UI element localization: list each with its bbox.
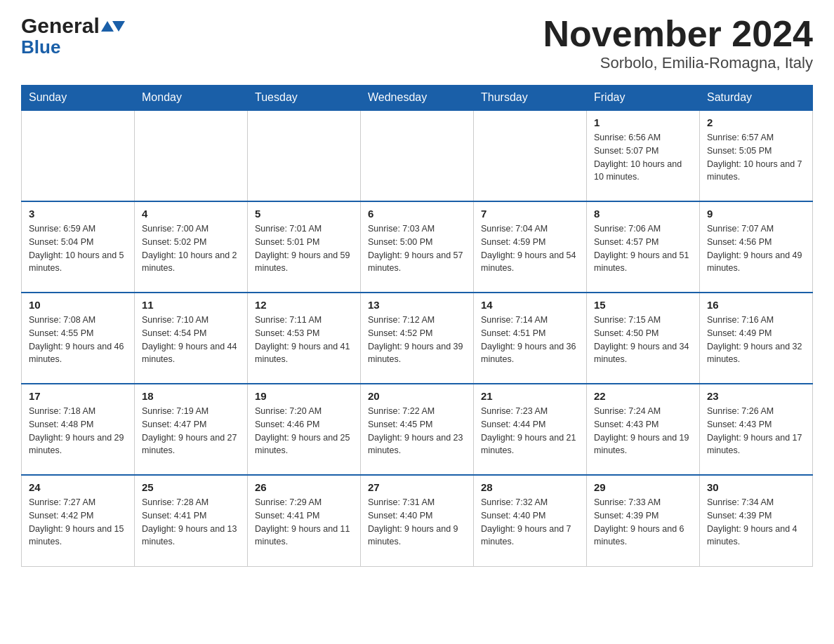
day-info: Sunrise: 7:14 AM Sunset: 4:51 PM Dayligh… bbox=[481, 314, 579, 366]
day-info: Sunrise: 7:19 AM Sunset: 4:47 PM Dayligh… bbox=[142, 405, 240, 457]
calendar-cell: 3Sunrise: 6:59 AM Sunset: 5:04 PM Daylig… bbox=[22, 201, 135, 293]
logo-general: General bbox=[21, 14, 100, 38]
calendar-cell: 24Sunrise: 7:27 AM Sunset: 4:42 PM Dayli… bbox=[22, 475, 135, 566]
day-number: 10 bbox=[29, 299, 127, 311]
day-number: 24 bbox=[29, 481, 127, 493]
day-number: 3 bbox=[29, 208, 127, 220]
day-info: Sunrise: 7:24 AM Sunset: 4:43 PM Dayligh… bbox=[594, 405, 692, 457]
calendar-cell: 27Sunrise: 7:31 AM Sunset: 4:40 PM Dayli… bbox=[361, 475, 474, 566]
logo-icon bbox=[101, 21, 125, 32]
calendar-cell: 26Sunrise: 7:29 AM Sunset: 4:41 PM Dayli… bbox=[248, 475, 361, 566]
page-title: November 2024 bbox=[543, 14, 813, 54]
day-info: Sunrise: 7:20 AM Sunset: 4:46 PM Dayligh… bbox=[255, 405, 353, 457]
day-number: 25 bbox=[142, 481, 240, 493]
day-info: Sunrise: 7:29 AM Sunset: 4:41 PM Dayligh… bbox=[255, 496, 353, 549]
calendar-cell: 10Sunrise: 7:08 AM Sunset: 4:55 PM Dayli… bbox=[22, 293, 135, 384]
day-number: 7 bbox=[481, 208, 579, 220]
day-info: Sunrise: 7:04 AM Sunset: 4:59 PM Dayligh… bbox=[481, 222, 579, 275]
calendar-cell bbox=[361, 110, 474, 201]
day-number: 17 bbox=[29, 390, 127, 402]
calendar-cell bbox=[135, 110, 248, 201]
page-subtitle: Sorbolo, Emilia-Romagna, Italy bbox=[543, 54, 813, 72]
calendar-cell: 20Sunrise: 7:22 AM Sunset: 4:45 PM Dayli… bbox=[361, 384, 474, 475]
calendar-cell: 17Sunrise: 7:18 AM Sunset: 4:48 PM Dayli… bbox=[22, 384, 135, 475]
day-info: Sunrise: 6:56 AM Sunset: 5:07 PM Dayligh… bbox=[594, 131, 692, 184]
calendar-cell: 2Sunrise: 6:57 AM Sunset: 5:05 PM Daylig… bbox=[700, 110, 813, 201]
day-info: Sunrise: 7:34 AM Sunset: 4:39 PM Dayligh… bbox=[707, 496, 805, 549]
day-number: 20 bbox=[368, 390, 466, 402]
calendar-cell: 13Sunrise: 7:12 AM Sunset: 4:52 PM Dayli… bbox=[361, 293, 474, 384]
weekday-header-tuesday: Tuesday bbox=[248, 86, 361, 111]
calendar-body: 1Sunrise: 6:56 AM Sunset: 5:07 PM Daylig… bbox=[22, 110, 813, 566]
calendar-cell: 15Sunrise: 7:15 AM Sunset: 4:50 PM Dayli… bbox=[587, 293, 700, 384]
logo-blue: Blue bbox=[21, 36, 60, 58]
day-info: Sunrise: 7:33 AM Sunset: 4:39 PM Dayligh… bbox=[594, 496, 692, 549]
day-info: Sunrise: 7:27 AM Sunset: 4:42 PM Dayligh… bbox=[29, 496, 127, 549]
weekday-header-thursday: Thursday bbox=[474, 86, 587, 111]
arrow-down-icon bbox=[112, 21, 125, 32]
day-number: 13 bbox=[368, 299, 466, 311]
day-number: 30 bbox=[707, 481, 805, 493]
weekday-header-wednesday: Wednesday bbox=[361, 86, 474, 111]
calendar-cell: 12Sunrise: 7:11 AM Sunset: 4:53 PM Dayli… bbox=[248, 293, 361, 384]
day-number: 15 bbox=[594, 299, 692, 311]
day-info: Sunrise: 7:18 AM Sunset: 4:48 PM Dayligh… bbox=[29, 405, 127, 457]
day-number: 2 bbox=[707, 116, 805, 128]
calendar-cell: 25Sunrise: 7:28 AM Sunset: 4:41 PM Dayli… bbox=[135, 475, 248, 566]
title-area: November 2024 Sorbolo, Emilia-Romagna, I… bbox=[543, 14, 813, 72]
day-info: Sunrise: 7:15 AM Sunset: 4:50 PM Dayligh… bbox=[594, 314, 692, 366]
logo-area: General Blue bbox=[21, 14, 125, 58]
calendar-cell: 30Sunrise: 7:34 AM Sunset: 4:39 PM Dayli… bbox=[700, 475, 813, 566]
day-info: Sunrise: 7:08 AM Sunset: 4:55 PM Dayligh… bbox=[29, 314, 127, 366]
day-number: 26 bbox=[255, 481, 353, 493]
calendar-cell bbox=[248, 110, 361, 201]
calendar-cell: 21Sunrise: 7:23 AM Sunset: 4:44 PM Dayli… bbox=[474, 384, 587, 475]
calendar-week-2: 3Sunrise: 6:59 AM Sunset: 5:04 PM Daylig… bbox=[22, 201, 813, 293]
day-info: Sunrise: 7:28 AM Sunset: 4:41 PM Dayligh… bbox=[142, 496, 240, 549]
calendar-cell: 5Sunrise: 7:01 AM Sunset: 5:01 PM Daylig… bbox=[248, 201, 361, 293]
calendar-week-4: 17Sunrise: 7:18 AM Sunset: 4:48 PM Dayli… bbox=[22, 384, 813, 475]
calendar-cell: 16Sunrise: 7:16 AM Sunset: 4:49 PM Dayli… bbox=[700, 293, 813, 384]
weekday-header-friday: Friday bbox=[587, 86, 700, 111]
day-info: Sunrise: 6:59 AM Sunset: 5:04 PM Dayligh… bbox=[29, 222, 127, 275]
day-number: 5 bbox=[255, 208, 353, 220]
day-info: Sunrise: 7:01 AM Sunset: 5:01 PM Dayligh… bbox=[255, 222, 353, 275]
day-info: Sunrise: 7:23 AM Sunset: 4:44 PM Dayligh… bbox=[481, 405, 579, 457]
day-number: 28 bbox=[481, 481, 579, 493]
day-info: Sunrise: 7:22 AM Sunset: 4:45 PM Dayligh… bbox=[368, 405, 466, 457]
day-number: 27 bbox=[368, 481, 466, 493]
day-number: 18 bbox=[142, 390, 240, 402]
day-number: 19 bbox=[255, 390, 353, 402]
day-number: 1 bbox=[594, 116, 692, 128]
calendar-cell: 18Sunrise: 7:19 AM Sunset: 4:47 PM Dayli… bbox=[135, 384, 248, 475]
calendar-cell: 11Sunrise: 7:10 AM Sunset: 4:54 PM Dayli… bbox=[135, 293, 248, 384]
day-number: 11 bbox=[142, 299, 240, 311]
calendar-cell: 7Sunrise: 7:04 AM Sunset: 4:59 PM Daylig… bbox=[474, 201, 587, 293]
calendar-cell bbox=[474, 110, 587, 201]
calendar-cell: 29Sunrise: 7:33 AM Sunset: 4:39 PM Dayli… bbox=[587, 475, 700, 566]
calendar-cell: 8Sunrise: 7:06 AM Sunset: 4:57 PM Daylig… bbox=[587, 201, 700, 293]
day-number: 21 bbox=[481, 390, 579, 402]
day-info: Sunrise: 7:11 AM Sunset: 4:53 PM Dayligh… bbox=[255, 314, 353, 366]
day-info: Sunrise: 7:06 AM Sunset: 4:57 PM Dayligh… bbox=[594, 222, 692, 275]
day-number: 4 bbox=[142, 208, 240, 220]
day-info: Sunrise: 7:10 AM Sunset: 4:54 PM Dayligh… bbox=[142, 314, 240, 366]
day-number: 12 bbox=[255, 299, 353, 311]
day-number: 23 bbox=[707, 390, 805, 402]
calendar-cell bbox=[22, 110, 135, 201]
day-number: 16 bbox=[707, 299, 805, 311]
calendar-cell: 9Sunrise: 7:07 AM Sunset: 4:56 PM Daylig… bbox=[700, 201, 813, 293]
day-info: Sunrise: 7:26 AM Sunset: 4:43 PM Dayligh… bbox=[707, 405, 805, 457]
calendar-week-3: 10Sunrise: 7:08 AM Sunset: 4:55 PM Dayli… bbox=[22, 293, 813, 384]
calendar-week-1: 1Sunrise: 6:56 AM Sunset: 5:07 PM Daylig… bbox=[22, 110, 813, 201]
weekday-header-row: SundayMondayTuesdayWednesdayThursdayFrid… bbox=[22, 86, 813, 111]
calendar-cell: 4Sunrise: 7:00 AM Sunset: 5:02 PM Daylig… bbox=[135, 201, 248, 293]
calendar-cell: 23Sunrise: 7:26 AM Sunset: 4:43 PM Dayli… bbox=[700, 384, 813, 475]
page-header: General Blue November 2024 Sorbolo, Emil… bbox=[21, 14, 813, 72]
day-info: Sunrise: 7:03 AM Sunset: 5:00 PM Dayligh… bbox=[368, 222, 466, 275]
day-info: Sunrise: 7:31 AM Sunset: 4:40 PM Dayligh… bbox=[368, 496, 466, 549]
calendar-cell: 6Sunrise: 7:03 AM Sunset: 5:00 PM Daylig… bbox=[361, 201, 474, 293]
calendar-week-5: 24Sunrise: 7:27 AM Sunset: 4:42 PM Dayli… bbox=[22, 475, 813, 566]
day-info: Sunrise: 6:57 AM Sunset: 5:05 PM Dayligh… bbox=[707, 131, 805, 184]
day-info: Sunrise: 7:12 AM Sunset: 4:52 PM Dayligh… bbox=[368, 314, 466, 366]
